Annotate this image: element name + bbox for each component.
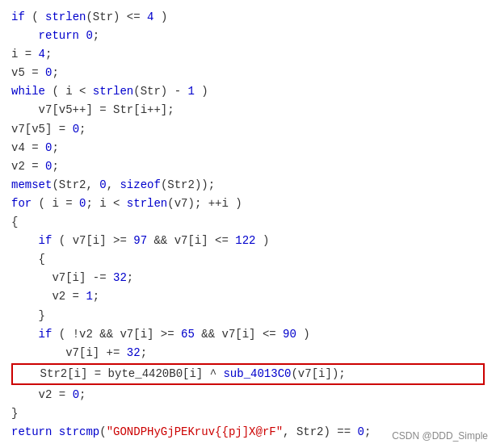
code-line-8: v4 = 0; — [11, 139, 485, 157]
code-line-6: v7[v5++] = Str[i++]; — [11, 101, 485, 119]
code-line-19: v7[i] += 32; — [11, 344, 485, 362]
watermark-label: CSDN @DDD_Simple — [392, 430, 488, 442]
code-line-16: v2 = 1; — [11, 287, 485, 306]
code-block: if ( strlen(Str) <= 4 ) return 0; i = 4;… — [0, 0, 496, 448]
code-line-14: { — [11, 250, 485, 269]
code-line-7: v7[v5] = 0; — [11, 120, 485, 139]
code-line-12: { — [11, 213, 485, 232]
code-line-2: return 0; — [11, 27, 485, 45]
code-line-4: v5 = 0; — [11, 64, 485, 82]
code-line-17: } — [11, 307, 485, 325]
code-line-5: while ( i < strlen(Str) - 1 ) — [11, 82, 485, 101]
code-line-9: v2 = 0; — [11, 157, 485, 176]
code-line-18: if ( !v2 && v7[i] >= 65 && v7[i] <= 90 ) — [11, 325, 485, 344]
code-line-13: if ( v7[i] >= 97 && v7[i] <= 122 ) — [11, 232, 485, 250]
code-line-10: memset(Str2, 0, sizeof(Str2)); — [11, 176, 485, 195]
code-line-21: v2 = 0; — [11, 386, 485, 404]
code-line-20-highlighted: Str2[i] = byte_4420B0[i] ^ sub_4013C0(v7… — [11, 363, 485, 385]
code-line-3: i = 4; — [11, 45, 485, 64]
code-line-1: if ( strlen(Str) <= 4 ) — [11, 8, 485, 27]
code-line-11: for ( i = 0; i < strlen(v7); ++i ) — [11, 195, 485, 213]
code-line-22: } — [11, 404, 485, 423]
code-line-15: v7[i] -= 32; — [11, 269, 485, 287]
